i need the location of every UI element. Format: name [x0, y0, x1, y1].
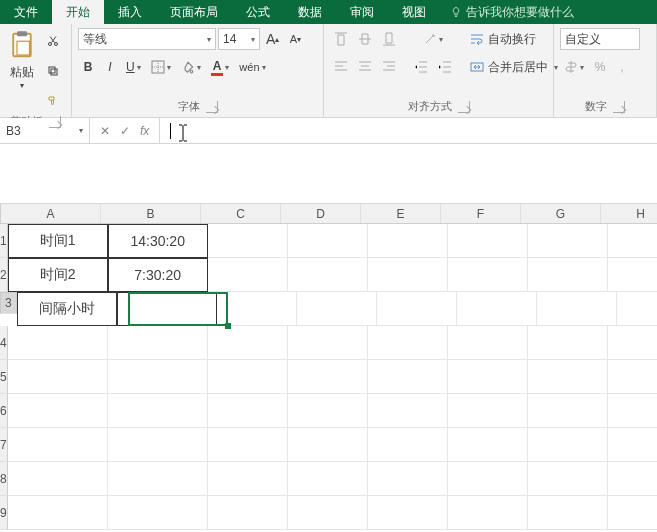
cell-C3[interactable]: [217, 292, 297, 326]
cell-F7[interactable]: [448, 428, 528, 462]
cell-H4[interactable]: [608, 326, 657, 360]
cancel-formula-button[interactable]: ✕: [100, 124, 110, 138]
tab-formula[interactable]: 公式: [232, 0, 284, 24]
font-size-select[interactable]: 14▾: [218, 28, 260, 50]
decrease-font-button[interactable]: A▾: [285, 28, 305, 50]
row-head-6[interactable]: 6: [0, 394, 8, 428]
cell-B2[interactable]: 7:30:20: [108, 258, 208, 292]
cell-F2[interactable]: [448, 258, 528, 292]
cell-E5[interactable]: [368, 360, 448, 394]
cell-H6[interactable]: [608, 394, 657, 428]
font-color-button[interactable]: A▾: [207, 56, 234, 78]
col-head-G[interactable]: G: [521, 204, 601, 223]
cell-B9[interactable]: [108, 496, 208, 530]
cell-C6[interactable]: [208, 394, 288, 428]
border-button[interactable]: ▾: [147, 56, 175, 78]
tab-home[interactable]: 开始: [52, 0, 104, 24]
align-left-button[interactable]: [330, 56, 352, 78]
cell-A5[interactable]: [8, 360, 108, 394]
cell-F9[interactable]: [448, 496, 528, 530]
cell-C2[interactable]: [208, 258, 288, 292]
col-head-B[interactable]: B: [101, 204, 201, 223]
cell-B4[interactable]: [108, 326, 208, 360]
cell-H2[interactable]: [608, 258, 657, 292]
cell-F8[interactable]: [448, 462, 528, 496]
cell-A2[interactable]: 时间2: [8, 258, 108, 292]
bold-button[interactable]: B: [78, 56, 98, 78]
tab-insert[interactable]: 插入: [104, 0, 156, 24]
cell-F1[interactable]: [448, 224, 528, 258]
cell-E2[interactable]: [368, 258, 448, 292]
cell-A1[interactable]: 时间1: [8, 224, 108, 258]
cell-E6[interactable]: [368, 394, 448, 428]
cell-C5[interactable]: [208, 360, 288, 394]
increase-font-button[interactable]: A▴: [262, 28, 283, 50]
cell-C1[interactable]: [208, 224, 288, 258]
phonetic-button[interactable]: wén▾: [235, 56, 269, 78]
cell-E4[interactable]: [368, 326, 448, 360]
row-head-7[interactable]: 7: [0, 428, 8, 462]
font-family-select[interactable]: 等线▾: [78, 28, 216, 50]
tab-review[interactable]: 审阅: [336, 0, 388, 24]
cell-D6[interactable]: [288, 394, 368, 428]
format-painter-button[interactable]: [43, 90, 63, 112]
cell-E1[interactable]: [368, 224, 448, 258]
row-head-9[interactable]: 9: [0, 496, 8, 530]
cell-G2[interactable]: [528, 258, 608, 292]
row-head-1[interactable]: 1: [0, 224, 8, 258]
cell-G1[interactable]: [528, 224, 608, 258]
row-head-5[interactable]: 5: [0, 360, 8, 394]
number-format-select[interactable]: 自定义: [560, 28, 640, 50]
cell-B8[interactable]: [108, 462, 208, 496]
copy-button[interactable]: [43, 60, 63, 82]
cell-H3[interactable]: [617, 292, 657, 326]
fx-button[interactable]: fx: [140, 124, 149, 138]
col-head-D[interactable]: D: [281, 204, 361, 223]
cell-H5[interactable]: [608, 360, 657, 394]
cell-H1[interactable]: [608, 224, 657, 258]
cell-E8[interactable]: [368, 462, 448, 496]
cell-A4[interactable]: [8, 326, 108, 360]
cell-D7[interactable]: [288, 428, 368, 462]
cut-button[interactable]: [43, 30, 63, 52]
percent-button[interactable]: %: [590, 56, 610, 78]
col-head-A[interactable]: A: [1, 204, 101, 223]
cell-D2[interactable]: [288, 258, 368, 292]
cell-F6[interactable]: [448, 394, 528, 428]
cell-F5[interactable]: [448, 360, 528, 394]
cell-D4[interactable]: [288, 326, 368, 360]
cell-D5[interactable]: [288, 360, 368, 394]
cell-D8[interactable]: [288, 462, 368, 496]
tab-view[interactable]: 视图: [388, 0, 440, 24]
tab-file[interactable]: 文件: [0, 0, 52, 24]
align-middle-button[interactable]: [354, 28, 376, 50]
cell-B7[interactable]: [108, 428, 208, 462]
cell-G8[interactable]: [528, 462, 608, 496]
cell-B3[interactable]: [117, 292, 217, 326]
align-center-button[interactable]: [354, 56, 376, 78]
align-right-button[interactable]: [378, 56, 400, 78]
cell-D1[interactable]: [288, 224, 368, 258]
cell-E3[interactable]: [377, 292, 457, 326]
clipboard-launcher[interactable]: [49, 116, 61, 128]
cell-A7[interactable]: [8, 428, 108, 462]
tab-data[interactable]: 数据: [284, 0, 336, 24]
align-top-button[interactable]: [330, 28, 352, 50]
number-launcher[interactable]: [613, 101, 625, 113]
confirm-formula-button[interactable]: ✓: [120, 124, 130, 138]
col-head-F[interactable]: F: [441, 204, 521, 223]
row-head-3[interactable]: 3: [0, 292, 17, 314]
name-box[interactable]: B3▾: [0, 118, 90, 143]
cell-G7[interactable]: [528, 428, 608, 462]
cell-F4[interactable]: [448, 326, 528, 360]
wrap-text-button[interactable]: 自动换行: [466, 28, 556, 50]
cell-F3[interactable]: [457, 292, 537, 326]
align-bottom-button[interactable]: [378, 28, 400, 50]
cell-C8[interactable]: [208, 462, 288, 496]
row-head-8[interactable]: 8: [0, 462, 8, 496]
tell-me[interactable]: 告诉我你想要做什么: [440, 0, 584, 24]
cell-G9[interactable]: [528, 496, 608, 530]
cell-H9[interactable]: [608, 496, 657, 530]
cell-G5[interactable]: [528, 360, 608, 394]
cell-D3[interactable]: [297, 292, 377, 326]
